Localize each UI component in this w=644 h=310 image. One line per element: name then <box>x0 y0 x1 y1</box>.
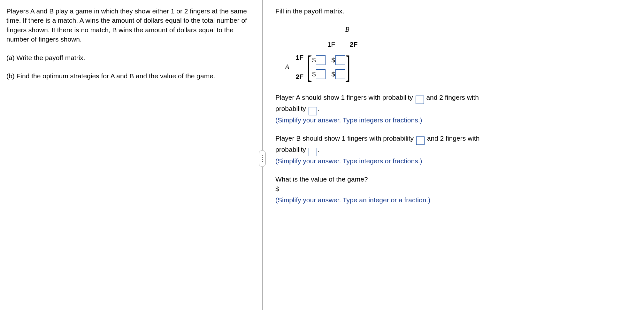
left-bracket-icon: [ <box>307 53 312 81</box>
row-header-2f: 2F <box>295 70 303 83</box>
matrix-input-11[interactable] <box>316 55 326 65</box>
player-b-text-1: Player B should show 1 fingers with prob… <box>275 135 416 142</box>
period: . <box>318 105 319 112</box>
fill-in-text: Fill in the payoff matrix. <box>275 6 634 16</box>
part-a: (a) Write the payoff matrix. <box>6 53 252 62</box>
value-question: What is the value of the game? <box>275 174 634 184</box>
col-header-1f: 1F <box>325 40 338 49</box>
page: Players A and B play a game in which the… <box>0 0 644 310</box>
player-a-text-1: Player A should show 1 fingers with prob… <box>275 94 415 101</box>
matrix-input-21[interactable] <box>316 69 326 79</box>
matrix-input-22[interactable] <box>335 69 345 79</box>
dollar-sign: $ <box>312 56 316 65</box>
dollar-sign: $ <box>312 70 316 79</box>
game-value-input[interactable] <box>280 187 288 195</box>
right-bracket-icon: ] <box>345 53 350 81</box>
dollar-sign: $ <box>275 185 279 192</box>
right-pane: Fill in the payoff matrix. B 1F 2F A 1F … <box>263 0 644 310</box>
left-pane: Players A and B play a game in which the… <box>0 0 262 310</box>
player-b-prob2-input[interactable] <box>309 148 317 156</box>
label-b: B <box>328 25 366 35</box>
matrix-col-headers: 1F 2F <box>325 40 634 49</box>
player-b-prob1-input[interactable] <box>416 136 425 145</box>
player-a-prob1-input[interactable] <box>416 96 424 104</box>
period: . <box>318 146 319 153</box>
row-header-1f: 1F <box>295 51 303 64</box>
matrix-input-12[interactable] <box>335 55 345 65</box>
player-a-prob2-input[interactable] <box>309 107 317 115</box>
player-a-strategy: Player A should show 1 fingers with prob… <box>275 93 634 125</box>
hint-text: (Simplify your answer. Type integers or … <box>275 156 634 166</box>
hint-text: (Simplify your answer. Type integers or … <box>275 115 634 125</box>
player-b-text-2: and 2 fingers with <box>425 135 479 142</box>
hint-text: (Simplify your answer. Type an integer o… <box>275 195 634 205</box>
dollar-sign: $ <box>331 56 335 65</box>
label-a: A <box>285 62 289 72</box>
game-value: What is the value of the game? $ (Simpli… <box>275 174 634 205</box>
payoff-matrix: B 1F 2F A 1F 2F [ $ $ $ <box>285 25 634 83</box>
dollar-sign: $ <box>331 70 335 79</box>
col-header-2f: 2F <box>347 40 360 49</box>
probability-label: probability <box>275 146 308 153</box>
problem-intro: Players A and B play a game in which the… <box>6 6 252 44</box>
matrix-row-headers: 1F 2F <box>295 51 303 83</box>
pane-divider <box>262 0 263 310</box>
player-a-text-2: and 2 fingers with <box>425 94 479 101</box>
player-b-strategy: Player B should show 1 fingers with prob… <box>275 134 634 166</box>
divider-handle[interactable] <box>259 150 266 167</box>
part-b: (b) Find the optimum strategies for A an… <box>6 71 252 81</box>
probability-label: probability <box>275 105 308 112</box>
